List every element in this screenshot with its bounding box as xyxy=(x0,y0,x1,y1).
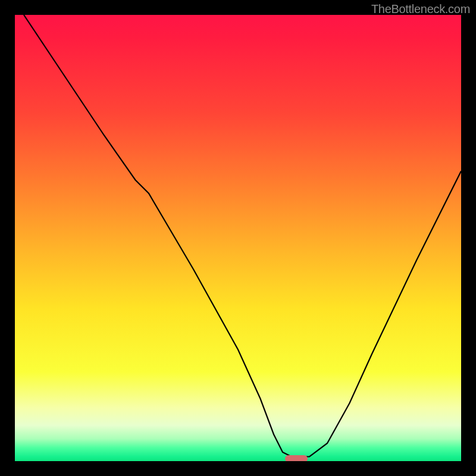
watermark-text: TheBottleneck.com xyxy=(371,2,470,16)
bottleneck-curve xyxy=(15,15,461,461)
optimal-point-marker xyxy=(285,455,308,461)
chart-frame: TheBottleneck.com xyxy=(0,0,476,476)
plot-area xyxy=(15,15,461,461)
